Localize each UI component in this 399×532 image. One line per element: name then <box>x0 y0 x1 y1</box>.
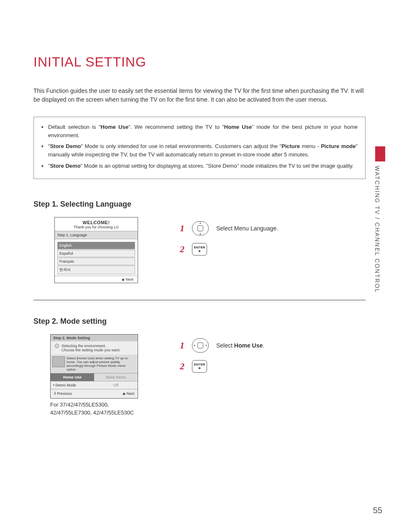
nav-updown-icon <box>192 221 209 235</box>
page-number: 55 <box>373 506 382 515</box>
page-title: INITIAL SETTING <box>33 54 366 70</box>
step-number-2: 2 <box>180 361 184 372</box>
step1-heading: Step 1. Selecting Language <box>33 200 366 209</box>
step2-screenshot: Step 2. Mode Setting i Selecting the env… <box>50 334 138 399</box>
home-use-button: Home Use <box>51 373 94 381</box>
env-line2: Choose the setting mode you want. <box>61 348 120 352</box>
step-number-1: 1 <box>180 223 184 234</box>
next-label: Next <box>55 276 138 283</box>
demo-mode-label: • Demo Mode <box>51 381 94 389</box>
step-number-2: 2 <box>180 244 184 255</box>
previous-label: ꕉ Previous <box>54 391 72 396</box>
notes-box: Default selection is "Home Use". We reco… <box>33 117 366 179</box>
side-section-label: WATCHING TV / CHANNEL CONTROL <box>374 166 381 293</box>
enter-button-icon: ENTER◉ <box>192 243 207 256</box>
side-tab-marker <box>375 146 385 161</box>
step1-screenshot: WELCOME! Thank you for choosing LG Step … <box>54 217 138 283</box>
lang-option-espanol: Español <box>57 250 135 257</box>
env-line1: Selecting the environment. <box>61 344 106 348</box>
demo-mode-value: Off <box>94 381 138 389</box>
welcome-subtitle: Thank you for choosing LG <box>55 225 138 229</box>
enter-button-icon: ENTER◉ <box>192 360 207 373</box>
nav-leftright-icon <box>192 338 209 353</box>
model-note: For 37/42/47/55LE5300, 42/47/55LE7300, 4… <box>50 401 142 416</box>
note-item: Default selection is "Home Use". We reco… <box>41 123 358 140</box>
note-item: "Store Demo" Mode is only intended for u… <box>41 142 358 159</box>
step2-instruction: Select Home Use. <box>216 342 264 349</box>
note-item: "Store Demo" Mode is an optimal setting … <box>41 162 358 170</box>
store-demo-button: Store Demo <box>94 373 138 381</box>
lang-option-korean: 한국어 <box>57 266 135 274</box>
intro-text: This Function guides the user to easily … <box>33 87 366 104</box>
step1-instruction: Select Menu Language. <box>216 225 278 232</box>
step-number-1: 1 <box>180 340 184 351</box>
side-tab: WATCHING TV / CHANNEL CONTROL <box>374 146 386 293</box>
next-label: Next <box>123 391 134 396</box>
divider <box>33 300 366 300</box>
step2-heading: Step 2. Mode setting <box>33 317 366 326</box>
info-icon: i <box>55 344 59 348</box>
energy-star-icon <box>52 356 65 367</box>
lang-option-francais: Français <box>57 258 135 265</box>
hint-text: Select [Home Use] when setting TV up in-… <box>66 356 136 372</box>
welcome-title: WELCOME! <box>55 220 138 225</box>
lang-option-english: English <box>57 242 135 249</box>
step2-screen-title: Step 2. Mode Setting <box>51 335 138 341</box>
step1-label: Step 1. Language <box>55 231 138 239</box>
